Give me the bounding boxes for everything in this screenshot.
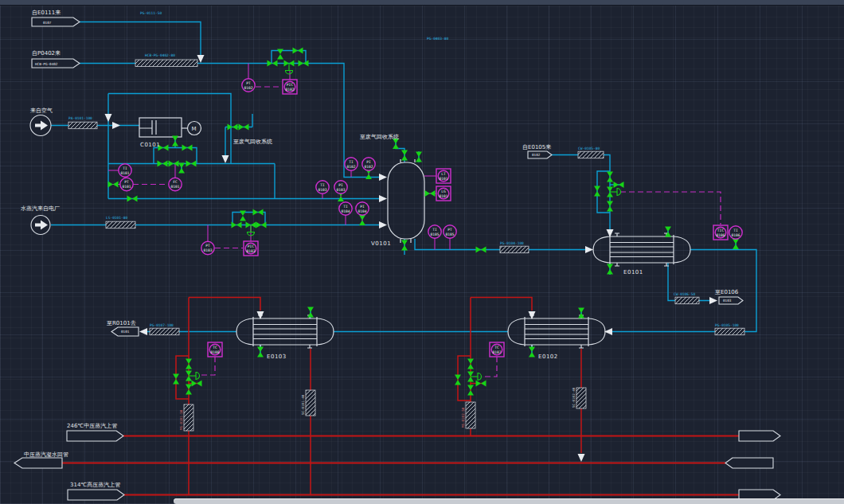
exchanger-e0103[interactable] xyxy=(236,315,334,348)
instrument-lg-v0101[interactable]: LG0101 xyxy=(436,186,451,201)
gate-valve-icon[interactable] xyxy=(268,61,278,67)
instrument-tag: 0101 xyxy=(439,194,447,198)
flag-header2-left[interactable] xyxy=(14,458,62,468)
flag-header3-left[interactable] xyxy=(68,490,124,500)
gate-valve-icon[interactable] xyxy=(256,222,267,229)
instrument-tag: PI xyxy=(360,205,365,209)
gate-valve-icon[interactable] xyxy=(467,385,474,396)
motor-symbol: M xyxy=(192,126,197,132)
instrument-tag: TI xyxy=(349,160,354,164)
instrument-tic-e0101[interactable]: TIC0106 xyxy=(713,225,728,240)
pid-drawing: M xyxy=(0,0,844,504)
flag-header2-right[interactable] xyxy=(725,458,773,468)
vent-valve-icon[interactable] xyxy=(307,307,314,318)
gate-valve-icon[interactable] xyxy=(299,61,309,67)
horizontal-scrollbar[interactable] xyxy=(174,498,844,504)
instrument-pt-b[interactable]: PT0103 xyxy=(201,241,214,254)
bypass-valve-icon[interactable] xyxy=(594,186,600,197)
instrument-ti-feed3[interactable]: TI0104 xyxy=(339,202,352,215)
gate-valve-icon[interactable] xyxy=(607,201,613,212)
bypass-valve-icon[interactable] xyxy=(173,374,179,385)
vent-valve-icon[interactable] xyxy=(416,152,422,162)
vent-valve-icon[interactable] xyxy=(665,227,671,237)
check-valve-icon[interactable] xyxy=(476,247,486,253)
drain-valve-icon[interactable] xyxy=(607,264,613,275)
instrument-ti-c0101[interactable]: TI0101 xyxy=(119,164,131,177)
flow-arrow-icon xyxy=(197,55,205,63)
gate-valve-icon[interactable] xyxy=(467,359,474,369)
instrument-pt-v0101[interactable]: PT0105 xyxy=(443,225,456,238)
drain-valve-icon[interactable] xyxy=(192,381,202,387)
drain-valve-icon[interactable] xyxy=(529,347,535,357)
instrument-ti-v0101[interactable]: TI0105 xyxy=(428,225,441,238)
gate-valve-icon[interactable] xyxy=(277,49,283,60)
instrument-ti-feed2[interactable]: TI0103 xyxy=(316,181,329,193)
gate-valve-icon[interactable] xyxy=(158,161,168,167)
instrument-ti-e0101[interactable]: TI0106 xyxy=(729,226,742,239)
vent-valve-icon[interactable] xyxy=(401,150,408,161)
instrument-tag: 0103 xyxy=(246,249,255,253)
root-valve-icon[interactable] xyxy=(425,190,436,197)
instrument-lt-v0101[interactable]: LT0101 xyxy=(436,169,451,183)
pipe-label: PG-0403-80 xyxy=(427,37,448,41)
root-valve-icon[interactable] xyxy=(108,182,119,188)
vent-valve-icon[interactable] xyxy=(578,308,584,318)
gate-valve-icon[interactable] xyxy=(186,161,197,167)
flag-header1-right[interactable] xyxy=(739,431,780,441)
gate-valve-icon[interactable] xyxy=(607,172,613,182)
root-valve-icon[interactable] xyxy=(733,239,739,249)
pipe-label: CW-0105-80 xyxy=(578,147,600,150)
drain-valve-icon[interactable] xyxy=(476,381,486,387)
gate-valve-icon[interactable] xyxy=(186,359,192,369)
bypass-valve-icon[interactable] xyxy=(455,375,461,385)
connector-label: 至E0106 xyxy=(715,289,739,295)
cad-canvas[interactable]: M xyxy=(0,0,844,504)
instrument-pic-b[interactable]: PIC0103 xyxy=(244,241,258,256)
gate-valve-icon[interactable] xyxy=(239,124,249,131)
instrument-pi-feed3[interactable]: PI0104 xyxy=(356,202,369,215)
flag-header1-left[interactable] xyxy=(67,431,123,441)
gate-valve-icon[interactable] xyxy=(240,211,246,221)
control-valve-icon[interactable] xyxy=(186,371,200,381)
vessel-v0101[interactable] xyxy=(388,159,424,243)
gate-valve-icon[interactable] xyxy=(293,48,303,54)
gate-valve-icon[interactable] xyxy=(127,196,138,202)
drain-valve-icon[interactable] xyxy=(401,240,408,251)
instrument-pt-c0101[interactable]: PT0101 xyxy=(120,178,133,190)
steam-piping xyxy=(62,298,739,495)
instrument-tc-e0102[interactable]: TC0107 xyxy=(490,342,504,357)
flow-arrows xyxy=(105,55,718,462)
instrument-tag: 0104 xyxy=(341,209,350,213)
control-valve-icon[interactable] xyxy=(284,61,295,75)
drain-valve-icon[interactable] xyxy=(257,347,264,357)
control-valve-icon[interactable] xyxy=(467,372,482,382)
drain-valve-icon[interactable] xyxy=(178,163,185,174)
flow-arrow-icon xyxy=(604,328,612,335)
instrument-pi-feed1[interactable]: PI0102 xyxy=(362,158,375,170)
offpage-connectors: 0107 HCB-PG-0402 0102 0103 0101 xyxy=(14,18,780,500)
exchanger-e0101[interactable] xyxy=(593,233,690,266)
instrument-pic-a[interactable]: PIC0102 xyxy=(283,80,297,94)
connector-label: 自E0105来 xyxy=(522,144,551,150)
instrument-fc-c0101[interactable]: FC0101 xyxy=(169,178,182,190)
flag-from-e0111[interactable] xyxy=(32,18,80,26)
instrument-pi-feed2[interactable]: PI0103 xyxy=(334,181,347,193)
connector-label: 来自空气 xyxy=(30,107,53,114)
gate-valve-icon[interactable] xyxy=(253,209,264,216)
exchanger-e0102[interactable] xyxy=(508,315,605,348)
instrument-pt-a[interactable]: PT0102 xyxy=(242,79,255,92)
gate-valve-icon[interactable] xyxy=(228,124,238,131)
control-valve-icon[interactable] xyxy=(607,187,621,197)
gate-valve-icon[interactable] xyxy=(169,161,179,167)
instrument-tc-e0103[interactable]: TC0108 xyxy=(208,342,222,357)
drain-valve-icon[interactable] xyxy=(614,182,624,188)
instrument-tag: PT xyxy=(246,81,251,85)
instrument-ti-feed1[interactable]: TI0102 xyxy=(345,158,358,170)
root-valve-icon[interactable] xyxy=(359,215,365,225)
gate-valve-icon[interactable] xyxy=(232,222,242,229)
gate-valve-icon[interactable] xyxy=(186,385,192,395)
compressor-c0101[interactable]: M xyxy=(139,118,201,137)
header-label: 314℃高压蒸汽上管 xyxy=(70,482,120,488)
gate-valve-icon[interactable] xyxy=(182,145,193,151)
instrument-tag: PT xyxy=(447,228,452,232)
